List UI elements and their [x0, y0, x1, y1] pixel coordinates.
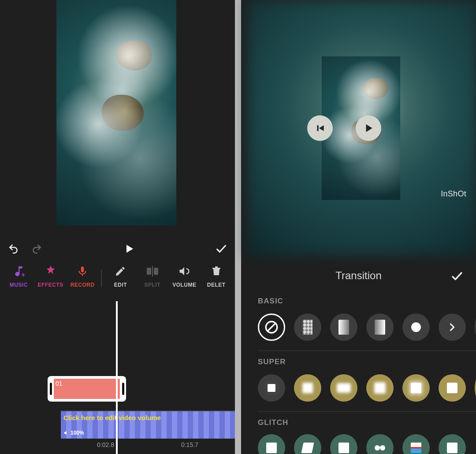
transition-row-glitch — [258, 434, 466, 454]
tool-label: SPLIT — [145, 282, 161, 288]
tool-label: EFFECTS — [38, 282, 63, 288]
svg-rect-7 — [215, 266, 218, 268]
clip-handle-left[interactable] — [48, 376, 54, 402]
tool-strip: + MUSIC EFFECTS RECORD EDIT — [0, 263, 235, 301]
tool-label: MUSIC — [10, 282, 28, 288]
transition-fade-black[interactable] — [366, 314, 394, 341]
transition-glitch-3[interactable] — [330, 434, 357, 454]
transition-super-3[interactable] — [330, 374, 357, 402]
playhead[interactable] — [116, 301, 118, 454]
svg-point-8 — [266, 321, 277, 333]
timeline[interactable]: 01 Click here to edit video volume 100% … — [0, 301, 235, 454]
redo-button[interactable] — [30, 242, 43, 255]
tool-label: RECORD — [71, 282, 95, 288]
play-button[interactable] — [356, 115, 381, 141]
play-button[interactable] — [123, 242, 136, 255]
split-icon — [146, 263, 159, 279]
volume-icon — [178, 263, 190, 279]
time-current: 0:02.8 — [97, 441, 114, 448]
audio-volume-label: 100% — [63, 430, 84, 436]
transition-super-4[interactable] — [366, 374, 394, 402]
clip-handle-right[interactable] — [120, 376, 126, 402]
effects-icon — [44, 263, 58, 279]
audio-track[interactable]: Click here to edit video volume 100% — [61, 410, 235, 439]
separator — [258, 411, 476, 412]
svg-rect-1 — [81, 266, 84, 272]
transition-glitch-1[interactable] — [258, 434, 285, 454]
tool-record[interactable]: RECORD — [67, 263, 98, 288]
tool-delete[interactable]: DELET — [201, 263, 232, 288]
separator — [258, 351, 476, 351]
video-preview[interactable] — [56, 0, 176, 225]
svg-point-10 — [375, 445, 380, 450]
tool-label: EDIT — [114, 282, 127, 288]
transition-row-super — [258, 374, 476, 402]
tool-edit[interactable]: EDIT — [104, 263, 136, 288]
tool-separator — [101, 269, 102, 287]
tool-effects[interactable]: EFFECTS — [34, 263, 66, 288]
section-super-label: SUPER — [258, 358, 286, 366]
section-basic-label: BASIC — [258, 297, 283, 306]
transition-none[interactable] — [258, 314, 285, 341]
transition-dissolve[interactable] — [294, 314, 321, 341]
transition-super-6[interactable] — [439, 374, 466, 402]
section-glitch-label: GLITCH — [258, 418, 288, 427]
pane-divider — [235, 0, 241, 454]
pencil-icon — [115, 263, 126, 279]
audio-hint: Click here to edit video volume — [63, 414, 161, 421]
watermark: InShOt — [441, 189, 466, 199]
music-icon: + — [12, 263, 25, 279]
confirm-button[interactable] — [215, 242, 228, 255]
transition-fade-white[interactable] — [330, 314, 357, 341]
clip[interactable]: 01 — [48, 376, 126, 402]
transition-super-1[interactable] — [258, 374, 285, 402]
svg-rect-3 — [147, 268, 151, 275]
tool-split[interactable]: SPLIT — [137, 263, 168, 288]
transition-pane: InShOt Transition BASIC SUPER — [241, 0, 476, 454]
transition-row-basic — [258, 314, 476, 341]
undo-button[interactable] — [7, 242, 20, 255]
svg-rect-6 — [212, 268, 220, 269]
transition-glitch-2[interactable] — [294, 434, 321, 454]
tool-label: VOLUME — [172, 282, 196, 288]
svg-rect-4 — [154, 268, 158, 275]
transition-glitch-6[interactable] — [439, 434, 466, 454]
transition-glitch-5[interactable] — [402, 434, 430, 454]
tool-label: DELET — [207, 282, 226, 288]
transition-slide-right[interactable] — [439, 314, 466, 341]
editor-pane: + MUSIC EFFECTS RECORD EDIT — [0, 0, 235, 454]
transition-circle[interactable] — [402, 314, 430, 341]
svg-point-11 — [380, 445, 385, 450]
svg-line-9 — [267, 323, 276, 332]
clip-body[interactable]: 01 — [54, 379, 120, 399]
preview-play-controls — [307, 115, 381, 141]
transition-super-5[interactable] — [402, 374, 430, 402]
time-end: 0:15.7 — [181, 441, 198, 448]
preview-controls — [0, 238, 235, 260]
confirm-button[interactable] — [450, 269, 464, 284]
trash-icon — [211, 263, 222, 279]
panel-title: Transition — [241, 269, 476, 282]
transition-glitch-4[interactable] — [366, 434, 394, 454]
svg-text:+: + — [21, 271, 25, 278]
clip-index: 01 — [56, 380, 63, 387]
transition-super-2[interactable] — [294, 374, 321, 402]
tool-volume[interactable]: VOLUME — [168, 263, 200, 288]
mic-icon — [77, 263, 88, 279]
skip-previous-button[interactable] — [307, 115, 333, 141]
tool-music[interactable]: + MUSIC — [3, 263, 34, 288]
